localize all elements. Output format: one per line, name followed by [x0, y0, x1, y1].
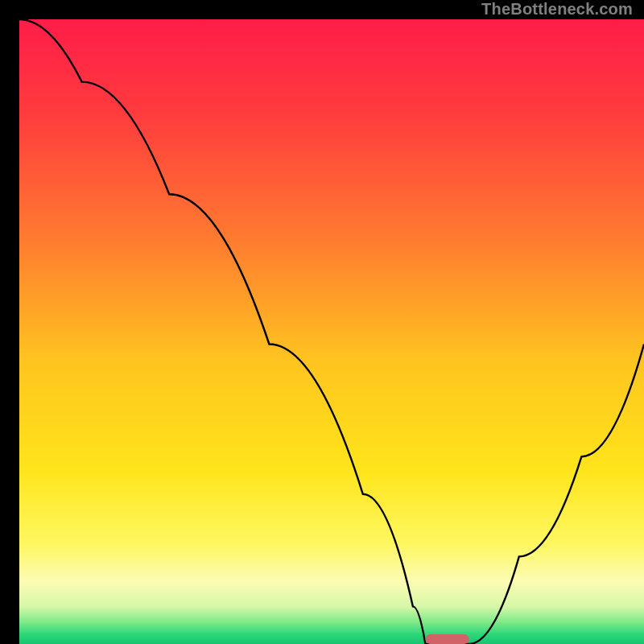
gradient-background: [19, 19, 644, 644]
watermark-text: TheBottleneck.com: [481, 0, 633, 19]
sweet-spot-marker: [425, 634, 469, 644]
bottleneck-chart: [19, 19, 644, 644]
chart-frame: [10, 10, 634, 634]
